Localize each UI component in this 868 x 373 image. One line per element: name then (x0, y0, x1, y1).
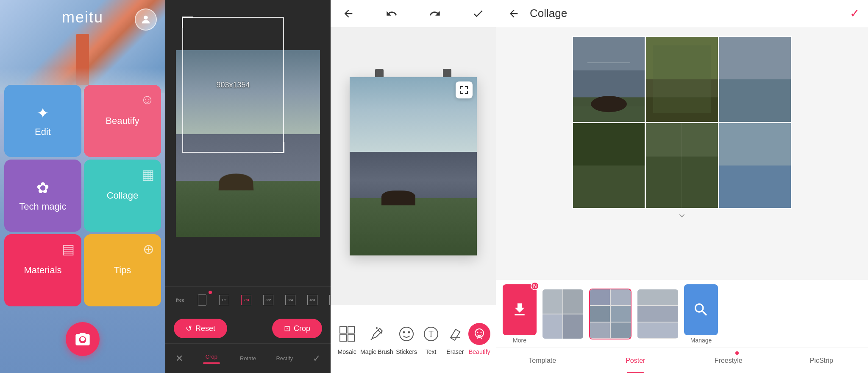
stickers-icon-wrap (395, 323, 417, 345)
tool-beautify[interactable]: Beautify (468, 323, 490, 355)
crop-button[interactable]: ⊡ Crop (272, 319, 322, 338)
beautify-panel: Mosaic Magic Brush (331, 0, 496, 373)
svg-rect-24 (719, 79, 791, 122)
svg-point-19 (591, 96, 627, 112)
nav-rectify[interactable]: Rectify (276, 355, 293, 362)
tool-eraser[interactable]: Eraser (444, 323, 466, 355)
tool-mosaic[interactable]: Mosaic (336, 323, 358, 355)
camera-button[interactable] (66, 322, 100, 356)
magic-brush-icon (369, 326, 385, 342)
collage-back-icon (508, 8, 520, 20)
collage-cell-3[interactable] (719, 37, 791, 122)
redo-button[interactable] (426, 4, 444, 23)
tab-picstrip-label: PicStrip (810, 357, 833, 365)
collage-bottom: N More (496, 280, 868, 373)
ratio-free[interactable]: free (170, 290, 191, 311)
tab-freestyle[interactable]: Freestyle (682, 348, 775, 373)
template-thumb-3[interactable] (637, 289, 679, 339)
scroll-down-button[interactable] (676, 213, 688, 219)
back-button[interactable] (339, 4, 358, 23)
svg-rect-20 (646, 37, 718, 122)
techmagic-label: Tech magic (19, 201, 66, 212)
mosaic-icon-wrap (336, 323, 358, 345)
ratio-3-4[interactable]: 3:4 (280, 290, 301, 311)
more-button[interactable]: N (503, 284, 537, 335)
confirm-icon: ✓ (313, 353, 320, 364)
tile-edit[interactable]: ✦ Edit (4, 85, 81, 157)
nav-crop-label: Crop (206, 353, 217, 360)
tile-collage[interactable]: ▦ Collage (84, 160, 161, 232)
home-panel: meitu ✦ Edit ☺ Beautify ✿ Tech magic ▦ C… (0, 0, 165, 373)
ratio-4-3[interactable]: 4:3 (302, 290, 323, 311)
nav-crop[interactable]: Crop (203, 353, 220, 364)
app-logo: meitu (62, 8, 103, 26)
tab-poster[interactable]: Poster (589, 348, 682, 373)
nav-rotate[interactable]: Rotate (240, 355, 256, 362)
collage-cell-6[interactable] (719, 123, 791, 208)
collage-main (496, 27, 868, 280)
manage-wrap: Manage (684, 284, 718, 344)
collage-cell-5[interactable] (646, 123, 718, 208)
template-thumb-1[interactable] (542, 289, 584, 339)
nav-close[interactable]: ✕ (175, 353, 183, 364)
template-thumb-selected[interactable] (589, 289, 632, 339)
svg-rect-31 (719, 165, 791, 208)
tab-picstrip[interactable]: PicStrip (775, 348, 868, 373)
tile-materials[interactable]: ▤ Materials (4, 234, 81, 306)
avatar-button[interactable] (135, 8, 157, 31)
eraser-icon (447, 326, 463, 342)
tools-row: Mosaic Magic Brush (331, 305, 496, 373)
ratio-1-1[interactable]: 1:1 (214, 290, 235, 311)
collage-cell-1[interactable] (573, 37, 645, 122)
photo-ground (350, 198, 477, 255)
collage-back-button[interactable] (504, 4, 523, 23)
collage-cell-2[interactable] (646, 37, 718, 122)
undo-button[interactable] (382, 4, 401, 23)
tab-template[interactable]: Template (496, 348, 589, 373)
mosaic-icon (339, 326, 355, 342)
ratio-free-icon: free (175, 295, 185, 305)
svg-rect-2 (348, 327, 354, 333)
text-icon-wrap: T (420, 323, 442, 345)
beautify-icon-wrap (468, 323, 490, 345)
collage-grid[interactable] (572, 36, 792, 209)
ratio-tablet[interactable] (192, 290, 213, 311)
tool-magic-brush[interactable]: Magic Brush (360, 323, 393, 355)
menu-grid: ✦ Edit ☺ Beautify ✿ Tech magic ▦ Collage… (4, 85, 161, 306)
beautify-face-icon (473, 327, 486, 341)
svg-text:T: T (428, 330, 433, 338)
collage-confirm-button[interactable]: ✓ (850, 6, 860, 20)
ratio-2-3[interactable]: 2:3 (236, 290, 257, 311)
svg-rect-3 (340, 335, 346, 341)
tips-label: Tips (114, 265, 131, 276)
stickers-icon (398, 326, 415, 342)
ratio-3-4-icon: 3:4 (285, 295, 295, 305)
crop-panel: 903x1354 free 1:1 2:3 3:2 3:4 4:3 9: (165, 0, 331, 373)
tile-beautify[interactable]: ☺ Beautify (84, 85, 161, 157)
expand-button[interactable] (456, 81, 473, 98)
materials-icon: ▤ (62, 241, 75, 257)
tool-text[interactable]: T Text (420, 323, 442, 355)
collage-cell-4[interactable] (573, 123, 645, 208)
tile-techmagic[interactable]: ✿ Tech magic (4, 160, 81, 232)
templates-scroll[interactable]: N More (496, 280, 868, 348)
nav-confirm[interactable]: ✓ (313, 353, 320, 364)
svg-point-8 (403, 331, 405, 334)
nav-rectify-label: Rectify (276, 355, 293, 362)
expand-icon (459, 85, 469, 95)
undo-icon (386, 8, 398, 20)
check-button[interactable] (469, 4, 487, 23)
reset-icon: ↺ (186, 324, 192, 333)
manage-button[interactable] (684, 284, 718, 335)
ratio-3-2[interactable]: 3:2 (258, 290, 279, 311)
tool-stickers[interactable]: Stickers (395, 323, 417, 355)
tile-tips[interactable]: ⊕ Tips (84, 234, 161, 306)
crop-underline (203, 362, 220, 364)
magic-brush-label: Magic Brush (360, 348, 393, 355)
check-icon (472, 8, 484, 20)
reset-button[interactable]: ↺ Reset (174, 319, 227, 338)
tools-icon (693, 301, 709, 318)
manage-label: Manage (684, 337, 718, 344)
svg-point-13 (475, 329, 484, 337)
beautify-label: Beautify (106, 115, 139, 126)
